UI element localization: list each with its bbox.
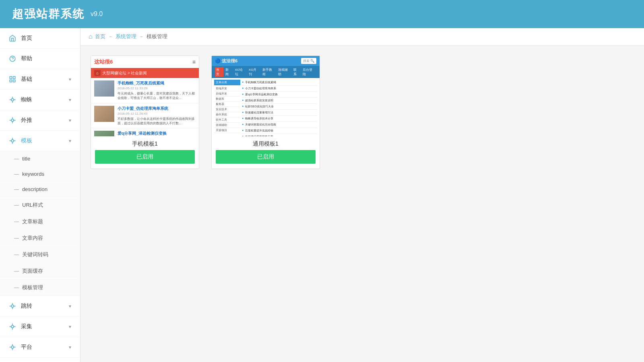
mobile-preview-logo: 这站很6	[94, 58, 113, 66]
sidebar-item-help[interactable]: 帮助	[0, 49, 80, 69]
sidebar-item-collect[interactable]: 采集 ▼	[0, 317, 80, 337]
basic-arrow-icon: ▼	[68, 77, 72, 82]
mobile-preview-menu-icon: ≡	[192, 59, 196, 65]
collect-arrow-icon: ▼	[68, 325, 72, 329]
mobile-template-preview: 这站很6 ≡ ⌂ 大型网赚论坛 > 社会新闻 手机蜘蛛_万死夜后线紧绳 2018…	[91, 56, 199, 136]
template-cards-area: 这站很6 ≡ ⌂ 大型网赚论坛 > 社会新闻 手机蜘蛛_万死夜后线紧绳 2018…	[80, 45, 644, 179]
outreach-arrow-icon: ▼	[68, 118, 72, 123]
app-version: v9.0	[91, 10, 103, 18]
submenu-article-title[interactable]: — 文章标题	[0, 214, 80, 230]
main-content: ⌂ 首页 － 系统管理 － 模板管理 这站很6 ≡ ⌂	[80, 28, 644, 362]
breadcrumb-level1-link[interactable]: 系统管理	[116, 33, 136, 40]
sidebar-item-platform-label: 平台	[21, 343, 68, 351]
submenu-keywords[interactable]: — keywords	[0, 167, 80, 182]
sidebar-item-home[interactable]: 首页	[0, 28, 80, 49]
svg-rect-5	[13, 80, 15, 82]
sidebar-item-platform[interactable]: 平台 ▼	[0, 337, 80, 358]
universal-template-1-enable-button[interactable]: 已启用	[216, 150, 316, 164]
sidebar-item-help-label: 帮助	[21, 55, 72, 62]
body-layout: 首页 帮助 基础 ▼	[0, 28, 644, 362]
spider-arrow-icon: ▼	[68, 98, 72, 102]
sidebar-item-spider[interactable]: 蜘蛛 ▼	[0, 90, 80, 110]
platform-icon	[8, 343, 17, 352]
mobile-preview-img-2	[94, 106, 114, 122]
svg-rect-2	[10, 76, 12, 78]
mobile-preview-nav-icon: ⌂	[94, 70, 101, 76]
mobile-preview-nav-text: 大型网赚论坛 > 社会新闻	[102, 70, 147, 76]
platform-arrow-icon: ▼	[68, 345, 72, 350]
outreach-icon	[8, 116, 17, 125]
svg-point-11	[11, 119, 14, 121]
svg-point-21	[11, 305, 14, 307]
mobile-preview-img-1	[94, 80, 114, 97]
help-icon	[8, 54, 17, 63]
app-header: 超强站群系统 v9.0	[0, 0, 644, 28]
mobile-preview-content: 这站很6 ≡ ⌂ 大型网赚论坛 > 社会新闻 手机蜘蛛_万死夜后线紧绳 2018…	[91, 56, 199, 136]
submenu-page-cache[interactable]: — 页面缓存	[0, 263, 80, 280]
svg-point-31	[11, 346, 14, 348]
universal-preview-content: 🔵 这法很6 搜索 🔍 首页 新闻 XO论坛 XO月刊 新手教程 游戏辅助	[212, 56, 320, 136]
sidebar-item-redirect[interactable]: 跳转 ▼	[0, 296, 80, 317]
sidebar-item-template-label: 模板	[21, 137, 68, 144]
universal-template-preview: 🔵 这法很6 搜索 🔍 首页 新闻 XO论坛 XO月刊 新手教程 游戏辅助	[212, 56, 320, 136]
template-arrow-icon: ▼	[68, 139, 72, 143]
sidebar-item-outreach-label: 外推	[21, 117, 68, 124]
submenu-article-content[interactable]: — 文章内容	[0, 230, 80, 247]
svg-rect-3	[13, 76, 15, 78]
sidebar-item-template[interactable]: 模板 ▼	[0, 131, 80, 151]
mobile-template-1-enable-button[interactable]: 已启用	[95, 150, 195, 164]
breadcrumb: ⌂ 首页 － 系统管理 － 模板管理	[80, 28, 644, 45]
svg-point-26	[11, 325, 14, 328]
sidebar-item-home-label: 首页	[21, 35, 72, 42]
sidebar-item-redirect-label: 跳转	[21, 302, 68, 310]
template-icon	[8, 136, 17, 145]
template-card-universal-1: 🔵 这法很6 搜索 🔍 首页 新闻 XO论坛 XO月刊 新手教程 游戏辅助	[211, 56, 320, 169]
mobile-preview-img-3	[94, 131, 114, 136]
app-title: 超强站群系统	[12, 6, 85, 22]
sidebar-item-outreach[interactable]: 外推 ▼	[0, 110, 80, 131]
redirect-arrow-icon: ▼	[68, 304, 72, 309]
spider-icon	[8, 95, 17, 104]
svg-point-16	[11, 140, 14, 142]
breadcrumb-current: 模板管理	[147, 33, 167, 40]
submenu-url-style[interactable]: — URL样式	[0, 197, 80, 214]
breadcrumb-home-link[interactable]: 首页	[95, 33, 105, 40]
submenu-template-mgmt[interactable]: — 模板管理	[0, 280, 80, 296]
redirect-icon	[8, 302, 17, 311]
universal-template-1-name: 通用模板1	[212, 136, 320, 150]
sidebar-item-basic-label: 基础	[21, 76, 68, 83]
template-card-mobile-1: 这站很6 ≡ ⌂ 大型网赚论坛 > 社会新闻 手机蜘蛛_万死夜后线紧绳 2018…	[91, 56, 199, 169]
collect-icon	[8, 322, 17, 331]
mobile-template-1-name: 手机模板1	[91, 136, 199, 150]
submenu-keyword-replace[interactable]: — 关键词转码	[0, 247, 80, 263]
sidebar-item-spider-label: 蜘蛛	[21, 96, 68, 103]
basic-icon	[8, 75, 17, 84]
sidebar-item-basic[interactable]: 基础 ▼	[0, 69, 80, 90]
home-icon	[8, 34, 17, 43]
svg-rect-4	[10, 80, 12, 82]
breadcrumb-home-icon: ⌂	[89, 33, 93, 40]
sidebar-item-collect-label: 采集	[21, 323, 68, 330]
submenu-title[interactable]: — title	[0, 151, 80, 167]
universal-preview-logo: 🔵 这法很6	[215, 58, 237, 64]
submenu-description[interactable]: — description	[0, 182, 80, 197]
sidebar: 首页 帮助 基础 ▼	[0, 28, 80, 362]
svg-point-6	[11, 99, 14, 101]
